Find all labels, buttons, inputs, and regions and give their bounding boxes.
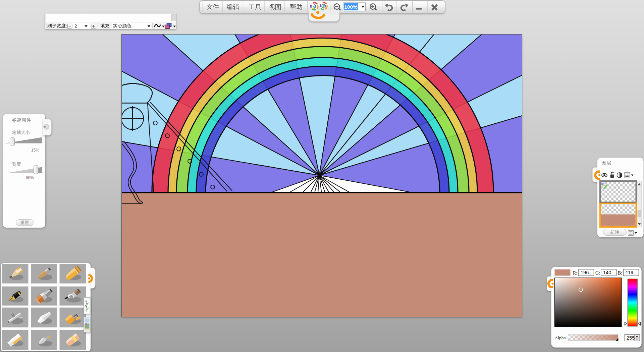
svg-text:86%: 86% [26,175,34,180]
svg-text::: : [66,23,67,28]
svg-text:R:: R: [573,271,577,276]
svg-text:140: 140 [603,270,611,275]
svg-text:Alpha: Alpha [555,335,566,340]
svg-text:100%: 100% [344,4,358,10]
svg-text:119: 119 [626,270,633,275]
svg-text:196: 196 [581,270,589,275]
svg-text:255: 255 [627,335,635,341]
svg-text:B:: B: [618,271,622,276]
svg-text:2: 2 [74,23,77,28]
svg-text:15%: 15% [31,148,39,153]
svg-text::: : [109,23,111,28]
svg-text:G:: G: [595,271,600,276]
